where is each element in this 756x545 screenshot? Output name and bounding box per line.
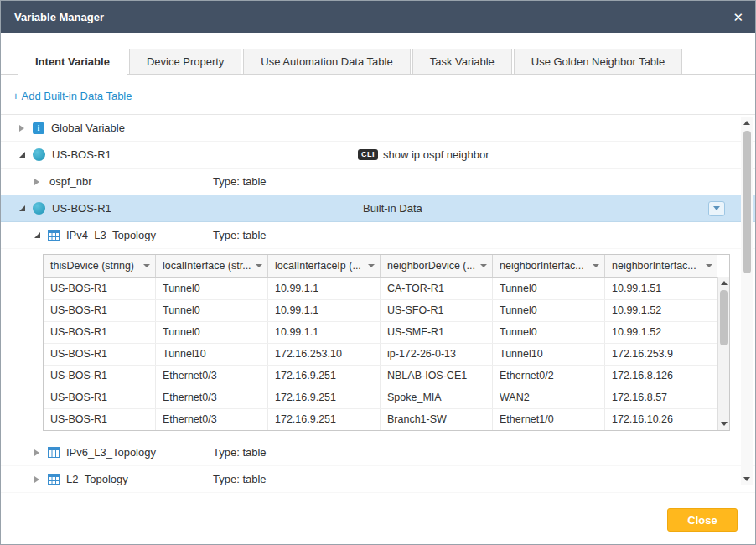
chevron-down-icon[interactable] [708,201,725,216]
column-header-localinterfaceip[interactable]: localInterfaceIp (... [268,255,381,277]
tree-row-device-cli[interactable]: US-BOS-R1 CLI show ip ospf neighbor [1,142,755,169]
scroll-up-icon[interactable] [741,117,752,128]
variable-manager-dialog: Variable Manager ✕ Intent Variable Devic… [0,0,756,545]
expand-arrow-icon[interactable] [31,179,43,185]
tree-row-l2-topology[interactable]: L2_Topology Type: table [1,466,755,493]
table-row[interactable]: US-BOS-R1Ethernet0/3172.16.9.251NBLAB-IO… [44,365,717,387]
collapse-arrow-icon[interactable] [16,152,28,158]
add-builtin-data-table-link[interactable]: + Add Built-in Data Table [13,90,132,102]
table-row[interactable]: US-BOS-R1Ethernet0/3172.16.9.251Spoke_MI… [44,387,717,408]
tab-intent-variable[interactable]: Intent Variable [18,49,127,75]
table-cell: US-BOS-R1 [44,409,156,430]
table-cell: US-BOS-R1 [44,322,156,343]
tree-row-ipv4-l3-topology[interactable]: IPv4_L3_Topology Type: table [1,222,755,249]
data-table: thisDevice (string) localInterface (str.… [43,254,730,431]
tree-row-label: IPv6_L3_Topology [66,446,156,459]
tab-device-property[interactable]: Device Property [129,49,241,75]
expand-arrow-icon[interactable] [16,125,28,132]
table-cell: US-BOS-R1 [44,278,156,299]
column-header-label: localInterfaceIp (... [275,260,361,272]
scroll-down-icon[interactable] [741,474,752,485]
column-header-localinterface[interactable]: localInterface (str... [156,255,268,277]
table-cell: US-BOS-R1 [44,300,156,321]
table-cell: 172.16.9.251 [268,366,381,387]
table-cell: 172.16.253.10 [268,344,381,365]
table-scrollbar[interactable] [717,277,729,430]
table-cell: NBLAB-IOS-CE1 [381,366,493,387]
table-cell: Ethernet0/3 [156,366,268,387]
column-header-neighbordevice[interactable]: neighborDevice (... [381,255,493,277]
table-cell: Spoke_MIA [381,387,493,408]
column-header-thisdevice[interactable]: thisDevice (string) [44,255,156,277]
column-filter-chevron-icon[interactable] [143,264,150,267]
tree-row-ipv6-l3-topology[interactable]: IPv6_L3_Topology Type: table [1,439,755,466]
table-cell: 172.16.8.57 [605,387,717,408]
expand-arrow-icon[interactable] [31,476,43,483]
table-cell: Tunnel0 [156,322,268,343]
column-filter-chevron-icon[interactable] [368,264,375,267]
table-cell: Ethernet1/0 [493,409,605,430]
table-cell: Tunnel0 [156,300,268,321]
content-area: + Add Built-in Data Table i Global Varia… [1,75,755,496]
table-cell: 10.99.1.51 [605,278,717,299]
scrollbar-thumb[interactable] [743,131,751,273]
column-filter-chevron-icon[interactable] [480,264,487,267]
tab-bar: Intent Variable Device Property Use Auto… [1,33,755,75]
table-cell: 10.99.1.1 [268,300,381,321]
column-header-label: thisDevice (string) [50,260,134,272]
column-filter-chevron-icon[interactable] [706,264,712,267]
table-row[interactable]: US-BOS-R1Ethernet0/3172.16.9.251Branch1-… [44,408,717,430]
scroll-down-icon[interactable] [718,418,729,429]
global-variable-icon: i [33,122,44,134]
collapse-arrow-icon[interactable] [16,205,28,211]
scroll-up-icon[interactable] [718,278,729,288]
table-row[interactable]: US-BOS-R1Tunnel010.99.1.1US-SMF-R1Tunnel… [44,321,717,343]
column-filter-chevron-icon[interactable] [593,264,599,267]
table-cell: 10.99.1.1 [268,278,381,299]
scrollbar-thumb[interactable] [720,290,728,345]
table-cell: Ethernet0/3 [156,387,268,408]
main-scrollbar[interactable] [741,117,753,485]
device-icon [33,148,45,161]
close-button[interactable]: Close [667,508,738,532]
cli-command-text: show ip ospf neighbor [383,148,489,161]
cli-badge: CLI [358,149,378,160]
type-label: Type: table [213,473,267,485]
table-row[interactable]: US-BOS-R1Tunnel010.99.1.1US-SFO-R1Tunnel… [44,299,717,321]
table-cell: Branch1-SW [381,409,493,430]
column-header-label: localInterface (str... [163,260,251,272]
table-cell: Tunnel10 [493,344,605,365]
table-icon [48,474,60,485]
tab-task-variable[interactable]: Task Variable [412,49,512,75]
expand-arrow-icon[interactable] [31,449,43,456]
table-cell: Tunnel0 [493,278,605,299]
tree-row-label: L2_Topology [66,473,128,485]
tree-row-global-variable[interactable]: i Global Variable [1,115,755,142]
table-cell: CA-TOR-R1 [381,278,493,299]
table-cell: 10.99.1.52 [605,322,717,343]
tree-row-ospf-nbr[interactable]: ospf_nbr Type: table [1,169,755,195]
tree-row-device-builtin[interactable]: US-BOS-R1 Built-in Data [1,195,755,222]
collapse-arrow-icon[interactable] [31,232,43,238]
tab-use-golden-neighbor-table[interactable]: Use Golden Neighbor Table [514,49,682,75]
table-row[interactable]: US-BOS-R1Tunnel10172.16.253.10ip-172-26-… [44,343,717,365]
table-cell: 172.16.8.126 [605,366,717,387]
table-cell: Tunnel0 [156,278,268,299]
column-header-label: neighborInterfac... [500,260,584,272]
table-cell: US-BOS-R1 [44,344,156,365]
close-icon[interactable]: ✕ [733,11,743,23]
table-row[interactable]: US-BOS-R1Tunnel010.99.1.1CA-TOR-R1Tunnel… [44,278,717,299]
table-cell: US-BOS-R1 [44,387,156,408]
tree-row-label: US-BOS-R1 [52,202,111,215]
table-cell: Tunnel10 [156,344,268,365]
table-cell: ip-172-26-0-13 [381,344,493,365]
column-header-neighborinterfaceip[interactable]: neighborInterfac... [605,255,717,277]
type-label: Type: table [213,446,267,459]
builtin-data-label: Built-in Data [363,202,422,215]
titlebar: Variable Manager ✕ [1,1,755,33]
table-cell: 172.16.10.26 [605,409,717,430]
tab-use-automation-data-table[interactable]: Use Automation Data Table [243,49,410,75]
column-filter-chevron-icon[interactable] [256,264,262,267]
column-header-neighborinterface[interactable]: neighborInterfac... [493,255,605,277]
add-link-bar: + Add Built-in Data Table [1,75,755,115]
